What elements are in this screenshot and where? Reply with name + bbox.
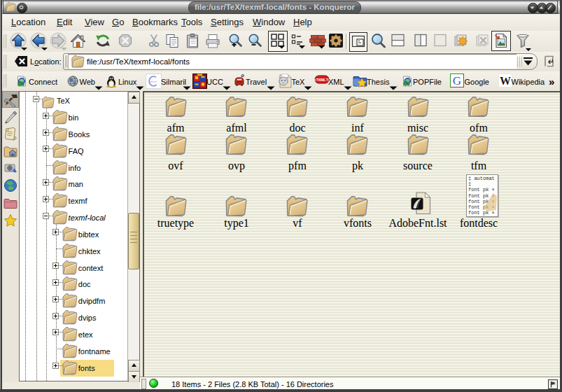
svg-text:W: W (500, 75, 511, 87)
svg-text:silmaril: silmaril (150, 80, 157, 83)
svg-text:<?XML?>: <?XML?> (314, 78, 329, 82)
svg-text:G: G (453, 74, 461, 88)
